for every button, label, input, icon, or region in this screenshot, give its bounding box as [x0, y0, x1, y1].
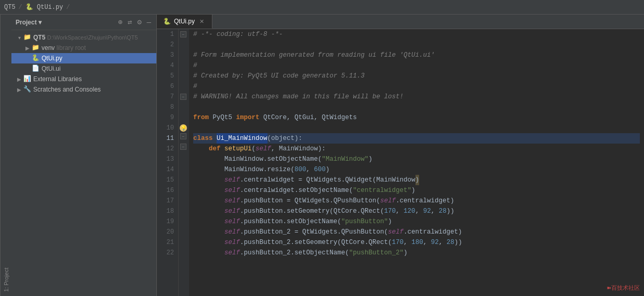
code-indent-12: [193, 144, 209, 154]
code-indent-13: MainWindow.setObjectName(: [193, 154, 322, 164]
code-close-22: ): [404, 248, 408, 258]
code-close-16: ): [411, 185, 415, 196]
code-num-28b: 28: [447, 237, 454, 248]
code-text-4: #: [193, 60, 197, 71]
code-self-18: self: [224, 206, 240, 216]
code-text-17a: .pushButton = QtWidgets.QPushButton(: [240, 196, 380, 206]
code-indent-16: [193, 185, 224, 196]
code-line-6: #: [193, 81, 640, 92]
ln-9: 9: [157, 112, 178, 123]
fold-marker-11[interactable]: −: [180, 133, 186, 139]
code-func-setupUi: setupUi: [224, 144, 252, 154]
code-text-16a: .centralwidget.setObjectName(: [240, 185, 353, 196]
code-text-3: # Form implementation generated from rea…: [193, 50, 435, 60]
scratches-icon: 🔧: [23, 85, 31, 94]
py-file-icon: 🐍: [31, 54, 39, 62]
code-line-2: [193, 40, 640, 50]
code-num-170a: 170: [384, 206, 396, 216]
code-text-1: # -*- coding: utf-8 -*-: [193, 29, 283, 40]
ln-16: 16: [157, 185, 178, 196]
code-self-21: self: [224, 237, 240, 248]
code-imports: QtCore, QtGui, QtWidgets: [263, 112, 357, 123]
code-line-5: # Created by: PyQt5 UI code generator 5.…: [193, 71, 640, 81]
tree-item-qtui-py[interactable]: 🐍 QtUi.py: [11, 53, 156, 63]
code-text-18a: .pushButton.setGeometry(QtCore.QRect(: [240, 206, 384, 216]
code-class-sig: (object):: [267, 133, 303, 144]
code-indent-15: [193, 175, 224, 185]
breadcrumb-qt5[interactable]: QT5: [4, 4, 16, 11]
tree-item-qt5-root[interactable]: ▾ 📁 QT5 D:\WorkSpaces\Zhujun\Python\QT5: [11, 32, 156, 43]
watermark-text: ➽百技术社区: [607, 285, 640, 291]
tab-label: QtUi.py: [174, 18, 195, 25]
code-line-3: # Form implementation generated from rea…: [193, 50, 640, 60]
code-num-120: 120: [404, 206, 415, 216]
code-self-19: self: [224, 216, 240, 227]
code-comma-14: ,: [306, 164, 314, 175]
fold-marker-12[interactable]: −: [180, 144, 186, 150]
tree-item-scratches[interactable]: ▶ 🔧 Scratches and Consoles: [11, 84, 156, 95]
ln-20: 20: [157, 227, 178, 237]
minimize-icon[interactable]: —: [146, 17, 152, 28]
tab-close-button[interactable]: ✕: [198, 18, 206, 25]
code-comma-18b: ,: [415, 206, 423, 216]
code-text-5: # Created by: PyQt5 UI code generator 5.…: [193, 71, 365, 81]
code-line-13: MainWindow.setObjectName("MainWindow"): [193, 154, 640, 164]
breadcrumb-bar: QT5 / 🐍 QtUi.py /: [0, 0, 644, 15]
ext-libs-icon: 📊: [23, 75, 31, 83]
code-self-20b: self: [388, 227, 404, 237]
code-line-15: self.centralwidget = QtWidgets.QWidget(M…: [193, 175, 640, 185]
code-editor[interactable]: 1 2 3 4 5 6 7 8 9 10 11 12 13 14 15 16 1…: [157, 29, 644, 296]
code-self-17b: self: [380, 196, 396, 206]
tree-item-venv[interactable]: ▶ 📁 venv library root: [11, 43, 156, 53]
code-keyword-import: import: [236, 112, 264, 123]
settings-icon[interactable]: ⚙: [136, 17, 142, 28]
code-line-4: #: [193, 60, 640, 71]
code-params-12: (: [252, 144, 256, 154]
code-line-11: class Ui_MainWindow(object):: [193, 133, 640, 144]
sidebar-header: Project ▾ ⊕ ⇄ ⚙ —: [11, 15, 156, 30]
code-num-600: 600: [314, 164, 326, 175]
ln-8: 8: [157, 102, 178, 112]
code-line-19: self.pushButton.setObjectName("pushButto…: [193, 216, 640, 227]
expand-arrow-ext-libs: ▶: [16, 76, 23, 82]
code-text-7: # WARNING! All changes made in this file…: [193, 92, 404, 102]
editor-area: 🐍 QtUi.py ✕ 1 2 3 4 5 6 7 8 9 10 11 12 1…: [157, 15, 644, 296]
code-content[interactable]: # -*- coding: utf-8 -*- # Form implement…: [189, 29, 644, 296]
code-self-12: self: [256, 144, 271, 154]
vertical-project-tab[interactable]: 1: Project: [0, 15, 11, 296]
warning-bulb-10[interactable]: 💡: [180, 124, 187, 132]
ui-file-icon: 📄: [31, 65, 39, 73]
ln-13: 13: [157, 154, 178, 164]
code-cursor-15: ): [415, 175, 420, 185]
ln-21: 21: [157, 237, 178, 248]
code-line-20: self.pushButton_2 = QtWidgets.QPushButto…: [193, 227, 640, 237]
code-str-13: "MainWindow": [322, 154, 369, 164]
locate-icon[interactable]: ⊕: [117, 17, 123, 28]
code-line-7: # WARNING! All changes made in this file…: [193, 92, 640, 102]
code-line-22: self.pushButton_2.setObjectName("pushBut…: [193, 248, 640, 258]
code-indent-22: [193, 248, 224, 258]
tree-item-ext-libs[interactable]: ▶ 📊 External Libraries: [11, 74, 156, 84]
ln-18: 18: [157, 206, 178, 216]
code-text-20c: .centralwidget): [404, 227, 462, 237]
ln-4: 4: [157, 60, 178, 71]
fold-marker-7[interactable]: −: [180, 94, 186, 100]
code-str-16: "centralwidget": [353, 185, 412, 196]
tab-qtui-py[interactable]: 🐍 QtUi.py ✕: [157, 15, 212, 29]
code-text-22a: .pushButton_2.setObjectName(: [240, 248, 349, 258]
tree-label-qt5: QT5 D:\WorkSpaces\Zhujun\Python\QT5: [33, 34, 138, 41]
scroll-icon[interactable]: ⇄: [127, 17, 133, 28]
breadcrumb-file[interactable]: 🐍 QtUi.py: [25, 3, 63, 11]
ln-5: 5: [157, 71, 178, 81]
line-numbers: 1 2 3 4 5 6 7 8 9 10 11 12 13 14 15 16 1…: [157, 29, 179, 296]
tree-label-ext-libs: External Libraries: [33, 75, 82, 83]
code-params-12b: , MainWindow):: [271, 144, 326, 154]
watermark: ➽百技术社区: [607, 284, 640, 292]
sidebar-title: Project ▾: [16, 19, 42, 26]
tree-item-qtui-ui[interactable]: 📄 QtUi.ui: [11, 63, 156, 74]
sidebar: Project ▾ ⊕ ⇄ ⚙ — ▾ 📁 QT5 D:\WorkSpaces\…: [11, 15, 157, 296]
code-num-92a: 92: [423, 206, 431, 216]
code-self-22: self: [224, 248, 240, 258]
code-close-19: ): [388, 216, 392, 227]
fold-marker-1[interactable]: −: [180, 31, 186, 37]
